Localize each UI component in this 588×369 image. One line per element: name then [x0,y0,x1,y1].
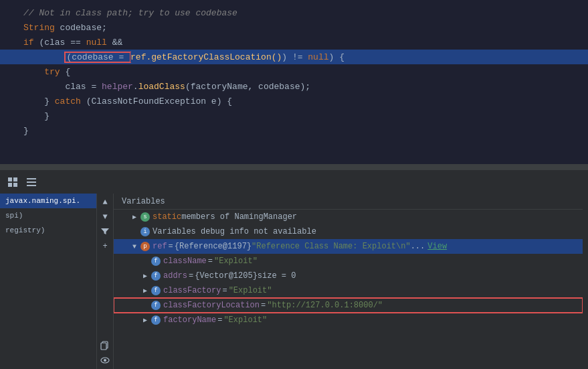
call-stack-item-2[interactable]: registry) [0,223,96,238]
variables-tree: ▶ s static members of NamingManager ▶ i … [114,210,583,369]
codebase-assignment: (codebase = [65,52,130,62]
var-keyword-static: static [153,212,181,222]
code-line-7: } catch (ClassNotFoundException e) { [0,94,588,108]
call-stack-item-1[interactable]: spi) [0,208,96,223]
call-stack-label-0: javax.naming.spi. [5,197,80,205]
keyword-null: null [86,38,107,48]
grid-icon [7,177,18,188]
code-clas: clas = [65,82,102,92]
code-and: && [107,38,122,48]
variables-header: Variables [114,194,583,210]
editor-debugger-divider [0,164,588,169]
var-val-classfactory: "Exploit" [229,286,272,295]
var-name-addrs: addrs [163,271,187,281]
var-val-fn: "Exploit" [223,315,267,325]
debug-panel: javax.naming.spi. spi) registry) ▲ ▼ + [0,194,588,369]
var-row-classfactorylocation[interactable]: ▶ f classFactoryLocation = "http://127.0… [114,298,583,313]
expand-arrow-addrs: ▶ [140,271,150,281]
indent [23,67,44,77]
var-row-factoryname[interactable]: ▶ f factoryName = "Exploit" [114,313,583,327]
svg-rect-4 [27,178,36,179]
keyword-string: String [23,23,55,33]
var-value-ref-dots: ... [411,242,425,251]
var-row-ref[interactable]: ▼ p ref = {Reference@1197} "Reference Cl… [114,239,583,254]
var-row-addrs[interactable]: ▶ f addrs = {Vector@1205} size = 0 [114,269,583,283]
svg-rect-1 [13,177,17,181]
var-debug-info-text: Variables debug info not available [153,227,316,236]
var-value-ref-obj: {Reference@1197} [175,242,252,251]
code-dot1: . [133,82,138,92]
expand-arrow-classfactory: ▶ [140,286,150,295]
var-eq-cfl: = [261,301,266,310]
var-val-cfl: "http://127.0.0.1:8000/" [267,301,383,310]
copy-icon [100,341,110,350]
call-stack-item-0[interactable]: javax.naming.spi. [0,194,96,208]
var-codebase: codebase; [55,23,107,33]
indent-spaces [23,52,65,62]
filter-button[interactable] [99,226,111,238]
var-name-cfl: classFactoryLocation [163,301,260,310]
var-view-link[interactable]: View [427,242,447,251]
debug-toolbar [0,169,588,194]
filter-icon [100,227,110,236]
badge-cfl: f [151,301,161,310]
svg-rect-3 [13,183,17,187]
code-line-4: (codebase = ref.getFactoryClassLocation(… [0,50,588,64]
side-buttons: ▲ ▼ + [97,194,114,369]
list-view-button[interactable] [24,175,39,190]
list-icon [26,177,37,188]
code-close-brace: } [23,126,29,136]
down-button[interactable]: ▼ [99,211,111,223]
code-args: (factoryName, codebase); [185,82,310,92]
svg-rect-8 [101,343,106,350]
svg-rect-2 [8,183,12,187]
eye-icon [100,356,110,365]
grid-view-button[interactable] [5,175,20,190]
badge-static: s [140,212,150,222]
var-row-classname[interactable]: ▶ f className = "Exploit" [114,254,583,269]
var-value-ref-str: "Reference Class Name: Exploit\n" [252,242,411,251]
code-notnull: ) != [282,52,308,62]
var-eq-fn: = [217,315,222,325]
add-button[interactable]: + [99,240,111,252]
var-eq-addrs: = [189,271,193,281]
variables-title: Variables [122,197,165,206]
svg-rect-5 [27,181,36,183]
var-name-classname: className [163,256,207,266]
ref-getfactory: ref.getFactoryClassLocation() [130,52,282,62]
var-equals-ref: = [169,242,173,251]
up-button[interactable]: ▲ [99,196,111,208]
badge-classname: f [151,256,161,266]
svg-rect-0 [8,177,12,181]
code-comment: // Not in class path; try to use codebas… [23,8,237,18]
call-stack-label-2: registry) [5,226,45,234]
code-line-2: String codebase; [0,20,588,35]
badge-addrs: f [151,271,161,281]
var-eq-classname: = [208,256,213,266]
badge-info: i [140,227,150,236]
badge-fn: f [151,315,161,325]
code-editor: // Not in class path; try to use codebas… [0,0,588,164]
code-helper: helper [102,82,133,92]
expand-arrow-ref: ▼ [130,242,139,251]
eye-button[interactable] [99,354,111,366]
code-if-cond: (clas == [34,38,86,48]
var-text-static: members of NamingManager [181,212,297,222]
badge-ref: p [140,242,150,251]
var-row-debug-info: ▶ i Variables debug info not available [114,224,583,239]
call-stack-panel: javax.naming.spi. spi) registry) [0,194,97,369]
code-line-1: // Not in class path; try to use codebas… [0,5,588,20]
var-size-addrs: size = 0 [258,271,296,281]
indent3: } [23,96,55,106]
copy-button[interactable] [99,340,111,352]
call-stack-label-1: spi) [5,212,23,220]
variables-panel: Variables ▶ s static members of NamingMa… [114,194,583,369]
var-row-classfactory[interactable]: ▶ f classFactory = "Exploit" [114,283,583,298]
expand-arrow-fn: ▶ [140,315,150,325]
var-row-static[interactable]: ▶ s static members of NamingManager [114,210,583,224]
var-name-classfactory: classFactory [163,286,221,295]
code-line-5: try { [0,64,588,79]
keyword-catch: catch [55,96,81,106]
scrollbar[interactable] [583,194,588,369]
var-val-addrs: {Vector@1205} [195,271,258,281]
